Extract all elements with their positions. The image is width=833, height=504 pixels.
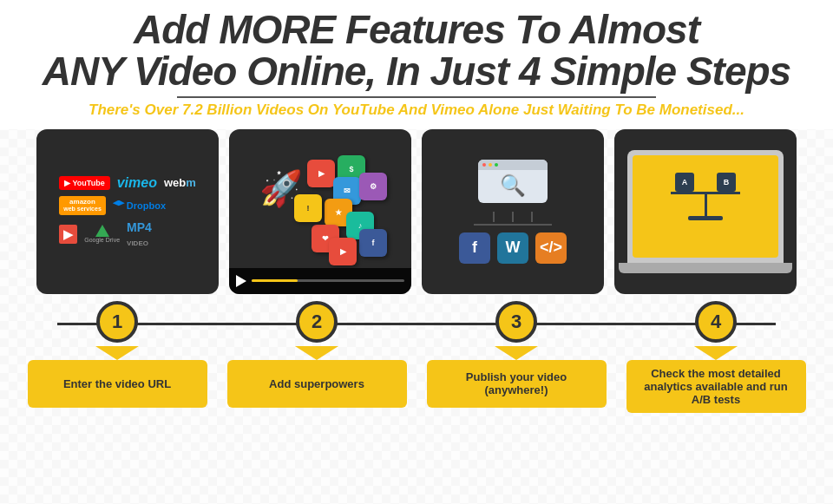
progress-fill — [252, 279, 298, 282]
mp4-logo: MP4VIDEO — [127, 220, 152, 248]
code-icon: </> — [535, 232, 567, 264]
main-title-line2: ANY Video Online, In Just 4 Simple Steps — [17, 50, 816, 92]
card-platforms: ▶ YouTube vimeo webm amazon web services… — [36, 129, 219, 294]
app-icon-8: ! — [294, 194, 322, 222]
cards-row: ▶ YouTube vimeo webm amazon web services… — [0, 129, 833, 294]
laptop-screen: A B — [633, 155, 778, 258]
main-title: Add MORE Features To Almost — [17, 9, 816, 50]
app-icon-9: ▶ — [329, 238, 357, 265]
line-left — [493, 212, 495, 222]
browser-dot-green — [495, 163, 498, 167]
browser-mockup: 🔍 — [478, 160, 548, 203]
logo-row-2: amazon web services Dropbox — [59, 196, 166, 215]
facebook-icon: f — [459, 232, 490, 264]
card-ab-testing: A B — [614, 129, 797, 294]
step-3-label: Publish your video (anywhere!) — [427, 360, 607, 408]
vimeo-logo: vimeo — [117, 175, 157, 191]
youtube-logo: ▶ YouTube — [59, 176, 110, 190]
gdrive-logo: Google Drive — [84, 225, 120, 243]
scale-left-pan: A — [675, 173, 694, 192]
step-3-circle: 3 — [495, 301, 537, 343]
scale-arm: A B — [671, 192, 740, 194]
step-3: 3 Publish your video (anywhere!) — [416, 301, 616, 408]
logo-row-3: ▶ Google Drive MP4VIDEO — [59, 220, 152, 248]
progress-bar — [252, 279, 404, 282]
page-wrapper: Add MORE Features To Almost ANY Video On… — [0, 0, 833, 504]
amazon-logo: amazon web services — [59, 196, 106, 215]
browser-dot-red — [482, 163, 486, 167]
step-2-circle: 2 — [296, 301, 338, 343]
play-button-icon[interactable] — [236, 275, 246, 287]
ab-content: A B — [614, 129, 797, 294]
step-1-arrow — [95, 346, 139, 360]
step-2: 2 Add superpowers — [217, 301, 416, 408]
card-publish: 🔍 f W </> — [422, 129, 604, 294]
laptop-base — [619, 263, 792, 273]
step-1: 1 Enter the video URL — [17, 301, 217, 408]
step-4-label: Check the most detailed analytics availa… — [626, 360, 806, 413]
line-right — [531, 212, 533, 222]
step-1-label: Enter the video URL — [28, 360, 207, 408]
step-2-label: Add superpowers — [227, 360, 407, 408]
line-center — [512, 212, 514, 222]
search-icon: 🔍 — [500, 173, 526, 198]
scale-visual: A B — [671, 192, 740, 220]
publish-content: 🔍 f W </> — [450, 151, 575, 272]
step-4-circle: 4 — [695, 301, 737, 343]
step-2-arrow — [295, 346, 338, 360]
browser-dot-yellow — [489, 163, 492, 167]
dropbox-icon — [113, 200, 125, 211]
step-3-arrow — [495, 346, 538, 360]
connector-area — [474, 212, 552, 226]
wordpress-icon: W — [497, 232, 528, 264]
steps-row: 1 Enter the video URL 2 Add superpowers … — [17, 301, 816, 413]
browser-bar — [478, 160, 548, 170]
gdrive-triangle — [95, 225, 109, 237]
app-icon-5: ⚙ — [359, 173, 387, 200]
dropbox-logo: Dropbox — [113, 200, 166, 211]
webm-logo: webm — [164, 176, 196, 189]
connector-lines — [508, 212, 517, 222]
step-1-circle: 1 — [96, 301, 138, 343]
video-player-bar — [229, 268, 411, 294]
logo-row-1: ▶ YouTube vimeo webm — [59, 175, 196, 191]
scale-pole — [705, 194, 707, 216]
subtitle: There's Over 7.2 Billion Videos On YouTu… — [17, 101, 816, 119]
app-icon-1: ▶ — [307, 160, 335, 187]
card-superpowers: 🚀 ▶ $ ✉ ★ ⚙ ♪ ❤ ! f ▶ — [229, 129, 411, 294]
horizontal-connector — [474, 224, 552, 226]
flv-icon: ▶ — [59, 225, 77, 244]
laptop-mockup: A B — [627, 150, 784, 263]
social-icons-row: f W </> — [459, 232, 567, 264]
platform-logos: ▶ YouTube vimeo webm amazon web services… — [50, 167, 205, 257]
header-section: Add MORE Features To Almost ANY Video On… — [0, 0, 833, 129]
divider — [177, 96, 656, 98]
step-4: 4 Check the most detailed analytics avai… — [616, 301, 816, 413]
scale-base — [688, 216, 723, 220]
step-4-arrow — [694, 346, 738, 360]
app-cluster: 🚀 ▶ $ ✉ ★ ⚙ ♪ ❤ ! f ▶ — [246, 151, 394, 272]
scale-right-pan: B — [717, 173, 736, 192]
app-icon-fb: f — [359, 229, 387, 257]
